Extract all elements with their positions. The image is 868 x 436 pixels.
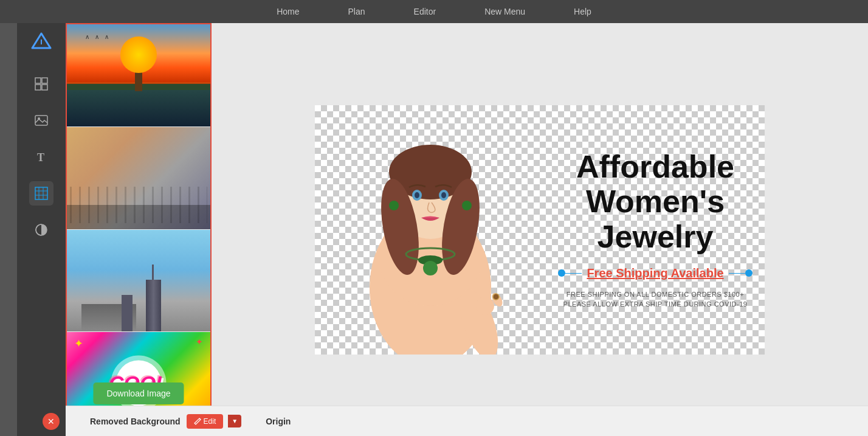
adjust-icon[interactable]	[29, 218, 53, 242]
svg-text:T: T	[37, 151, 44, 164]
svg-point-28	[423, 261, 438, 275]
text-icon[interactable]: T	[29, 145, 53, 169]
shipping-row[interactable]: Free Shipping Available	[558, 266, 753, 280]
main-canvas[interactable]: Affordable Women's Jewelry Free Shipping…	[212, 23, 868, 436]
svg-rect-4	[35, 85, 41, 90]
nav-newmenu[interactable]: New Menu	[484, 7, 525, 16]
svg-rect-5	[42, 85, 47, 90]
edit-button[interactable]: Edit	[187, 414, 224, 429]
origin-section: Origin	[266, 417, 291, 426]
svg-point-34	[493, 294, 499, 300]
bottom-bar: ✕ Removed Background Edit ▼ Origin	[66, 406, 868, 436]
removed-bg-label: Removed Background	[90, 417, 181, 426]
svg-rect-3	[42, 78, 47, 83]
selection-handle-left	[558, 269, 565, 277]
app-container: T	[17, 23, 868, 436]
svg-point-29	[389, 201, 399, 210]
selection-line-left	[565, 273, 582, 274]
svg-point-32	[476, 297, 494, 315]
removed-bg-section: Removed Background Edit ▼	[90, 414, 241, 429]
svg-point-30	[462, 201, 472, 210]
thumbnail-sunset[interactable]: ∧ ∧ ∧	[67, 24, 210, 127]
nav-editor[interactable]: Editor	[414, 7, 436, 16]
svg-point-25	[441, 192, 446, 198]
download-button[interactable]: Download Image	[93, 382, 184, 404]
close-button[interactable]: ✕	[43, 413, 60, 430]
grid-icon[interactable]	[29, 72, 53, 96]
banner-design: Affordable Women's Jewelry Free Shipping…	[315, 105, 765, 355]
edit-dropdown-button[interactable]: ▼	[228, 415, 241, 427]
pattern-icon[interactable]	[29, 181, 53, 206]
shipping-label: Free Shipping Available	[582, 266, 728, 280]
app-logo[interactable]	[29, 29, 53, 54]
svg-rect-2	[35, 78, 41, 83]
selection-line-right	[729, 273, 745, 274]
image-panel: ∧ ∧ ∧	[66, 23, 212, 436]
text-section: Affordable Women's Jewelry Free Shipping…	[546, 105, 765, 355]
selection-handle-right	[745, 269, 753, 277]
woman-image	[315, 105, 558, 355]
origin-label: Origin	[266, 417, 291, 426]
icon-sidebar: T	[17, 23, 66, 436]
svg-point-24	[415, 192, 419, 198]
nav-home[interactable]: Home	[277, 7, 299, 16]
thumbnail-buildings[interactable]	[67, 230, 210, 333]
banner-title: Affordable Women's Jewelry	[558, 150, 753, 254]
top-navigation: Home Plan Editor New Menu Help	[0, 0, 868, 23]
nav-plan[interactable]: Plan	[348, 7, 365, 16]
image-icon[interactable]	[29, 108, 53, 133]
thumbnail-crowd[interactable]	[67, 127, 210, 230]
svg-rect-9	[35, 187, 47, 199]
small-text-content: FREE SHIPPING ON ALL DOMESTIC ORDERS $10…	[563, 289, 748, 310]
nav-help[interactable]: Help	[574, 7, 591, 16]
